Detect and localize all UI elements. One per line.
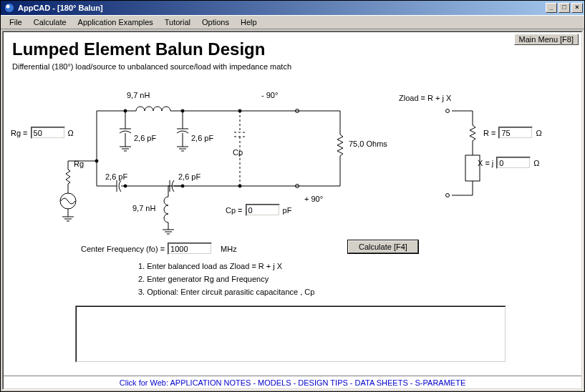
load-ohms-label: 75,0 Ohms: [349, 139, 377, 148]
instructions: 1. Enter balanced load as Zload = R + j …: [138, 260, 314, 298]
svg-point-10: [296, 185, 299, 188]
inductor-bot-value: 9,7 nH: [132, 204, 155, 212]
content-area: Main Menu [F8] Lumped Element Balun Desi…: [2, 31, 583, 390]
r-label: R =: [483, 129, 495, 137]
main-menu-button[interactable]: Main Menu [F8]: [514, 34, 579, 45]
close-button[interactable]: ×: [571, 3, 583, 13]
x-field: X = j Ω: [478, 157, 540, 169]
page-title: Lumped Element Balun Design: [12, 39, 581, 59]
svg-point-20: [181, 185, 184, 187]
r-field: R = Ω: [483, 127, 542, 139]
r-unit: Ω: [536, 129, 541, 137]
fo-field: Center Frequency (fo) = MHz: [81, 242, 237, 255]
menu-application-examples[interactable]: Application Examples: [72, 16, 159, 28]
rg-sym-label: Rg: [74, 160, 84, 168]
rg-unit: Ω: [68, 129, 74, 137]
web-link-bar[interactable]: Click for Web: APPLICATION NOTES - MODEL…: [4, 376, 581, 388]
phase-pos-label: + 90°: [304, 195, 323, 203]
fo-label: Center Frequency (fo) =: [81, 245, 165, 253]
cp-input[interactable]: [246, 204, 280, 216]
titlebar: AppCAD - [180° Balun] _ □ ×: [1, 1, 584, 15]
web-link-text[interactable]: Click for Web: APPLICATION NOTES - MODEL…: [120, 378, 465, 387]
rg-field: Rg = Ω: [11, 127, 74, 139]
cap-c3-value: 2,6 pF: [105, 172, 127, 181]
phase-neg-label: - 90°: [261, 91, 278, 99]
svg-point-19: [124, 185, 127, 187]
rg-input[interactable]: [31, 127, 65, 139]
zload-eq-label: Zload = R + j X: [399, 94, 451, 102]
page-subtitle: Differential (180°) load/source to unbal…: [12, 62, 581, 71]
svg-point-53: [95, 160, 98, 162]
svg-point-47: [60, 193, 76, 209]
app-icon: [4, 2, 15, 14]
instruction-1: 1. Enter balanced load as Zload = R + j …: [138, 260, 314, 273]
menubar: File Calculate Application Examples Tuto…: [1, 15, 584, 29]
maximize-button[interactable]: □: [559, 3, 570, 13]
x-label: X = j: [478, 159, 493, 167]
svg-point-54: [446, 109, 450, 113]
calculate-button-wrap: Calculate [F4]: [347, 240, 419, 254]
menu-options[interactable]: Options: [196, 16, 235, 28]
window-controls: _ □ ×: [546, 3, 583, 13]
svg-point-1: [6, 5, 10, 9]
r-input[interactable]: [498, 127, 533, 139]
cap-c2-value: 2,6 pF: [191, 134, 213, 142]
window-title: AppCAD - [180° Balun]: [18, 4, 546, 12]
fo-unit: MHz: [221, 245, 237, 253]
calculate-button[interactable]: Calculate [F4]: [348, 240, 418, 253]
svg-point-22: [238, 185, 241, 187]
svg-point-61: [446, 194, 450, 197]
fo-input[interactable]: [168, 242, 212, 255]
cp-field-label: Cp =: [226, 206, 243, 215]
instruction-3: 3. Optional: Enter circuit parasitic cap…: [138, 285, 314, 298]
menu-tutorial[interactable]: Tutorial: [159, 16, 196, 28]
svg-point-6: [296, 109, 299, 113]
x-input[interactable]: [496, 157, 531, 169]
cp-label: Cp: [233, 148, 243, 157]
cap-c1-value: 2,6 pF: [134, 134, 156, 142]
cp-unit: pF: [283, 206, 292, 215]
app-window: AppCAD - [180° Balun] _ □ × File Calcula…: [0, 0, 585, 392]
svg-point-0: [5, 4, 14, 12]
cap-c4-value: 2,6 pF: [178, 172, 200, 181]
results-box: [75, 305, 506, 363]
instruction-2: 2. Enter generator Rg and Frequency: [138, 273, 314, 285]
svg-point-18: [181, 109, 184, 112]
menu-calculate[interactable]: Calculate: [28, 16, 72, 28]
menu-file[interactable]: File: [4, 16, 28, 28]
menu-help[interactable]: Help: [235, 16, 263, 28]
svg-point-21: [238, 109, 241, 112]
cp-field: Cp = pF: [226, 204, 291, 216]
svg-point-17: [124, 109, 127, 112]
x-unit: Ω: [533, 159, 539, 167]
rg-label: Rg =: [11, 129, 28, 137]
minimize-button[interactable]: _: [546, 3, 557, 13]
inductor-top-value: 9,7 nH: [127, 91, 150, 99]
